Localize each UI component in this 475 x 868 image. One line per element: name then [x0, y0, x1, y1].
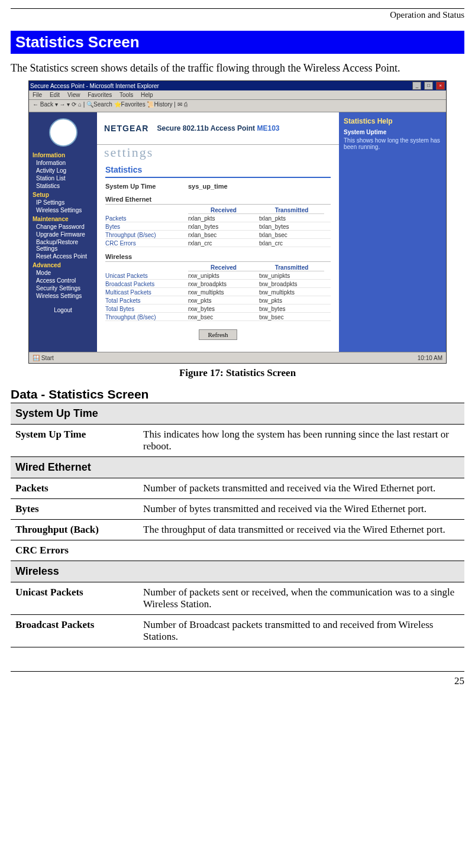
stat-row: Throughput (B/sec)rxw_bsectxw_bsec: [105, 314, 331, 321]
menu-help[interactable]: Help: [141, 92, 153, 98]
stat-label: Multicast Packets: [105, 289, 188, 296]
menu-favorites[interactable]: Favorites: [88, 92, 112, 98]
stat-label: Unicast Packets: [105, 273, 188, 279]
stat-label: Throughput (B/sec): [105, 314, 188, 320]
browser-menubar: File Edit View Favorites Tools Help: [29, 90, 446, 100]
stat-row: Total Packetsrxw_pktstxw_pkts: [105, 297, 331, 305]
page-title: Statistics Screen: [11, 31, 464, 54]
table-row: System Up TimeThis indicates how long th…: [11, 425, 464, 457]
help-sub: System Uptime: [344, 129, 441, 135]
sidebar-item[interactable]: Station List: [29, 174, 97, 182]
data-table: System Up TimeSystem Up TimeThis indicat…: [11, 403, 464, 647]
stat-tx: txw_broadpkts: [259, 281, 324, 287]
wired-heading: Wired Ethernet: [105, 196, 331, 205]
table-section: System Up Time: [11, 403, 464, 425]
stat-tx: txw_multipkts: [259, 289, 324, 296]
stat-tx: txw_bsec: [259, 314, 324, 320]
nav-group: Advanced: [29, 260, 97, 269]
section-heading: Data - Statistics Screen: [11, 387, 464, 401]
stat-rx: rxw_bsec: [188, 314, 259, 320]
table-key: System Up Time: [11, 425, 138, 457]
stat-row: Bytesrxlan_bytestxlan_bytes: [105, 224, 331, 231]
table-row: CRC Errors: [11, 540, 464, 561]
stat-tx: txw_unipkts: [259, 273, 324, 279]
sidebar-item[interactable]: Statistics: [29, 182, 97, 190]
sidebar-item[interactable]: Security Settings: [29, 284, 97, 292]
table-val: Number of Broadcast packets transmitted …: [138, 615, 464, 647]
stat-label: Total Bytes: [105, 306, 188, 312]
refresh-button[interactable]: Refresh: [199, 329, 237, 340]
table-val: Number of packets transmitted and receiv…: [138, 478, 464, 499]
stat-row: Broadcast Packetsrxw_broadpktstxw_broadp…: [105, 281, 331, 288]
help-title: Statistics Help: [344, 117, 441, 125]
sidebar-item[interactable]: Access Control: [29, 277, 97, 284]
sidebar-item[interactable]: Reset Access Point: [29, 252, 97, 260]
sidebar-item[interactable]: Activity Log: [29, 167, 97, 174]
sidebar-item[interactable]: Mode: [29, 269, 97, 277]
screenshot-figure: Secure Access Point - Microsoft Internet…: [28, 80, 447, 364]
window-titlebar: Secure Access Point - Microsoft Internet…: [29, 81, 446, 90]
sidebar-item[interactable]: Wireless Settings: [29, 206, 97, 214]
stat-row: CRC Errorsrxlan_crctxlan_crc: [105, 240, 331, 247]
stat-tx: txw_pkts: [259, 297, 324, 304]
page-number: 25: [11, 671, 464, 687]
maximize-icon[interactable]: □: [424, 82, 433, 90]
table-row: System Up Time: [11, 403, 464, 425]
sidebar-item[interactable]: Wireless Settings: [29, 292, 97, 300]
stat-label: Bytes: [105, 224, 188, 230]
table-val: The throughput of data transmitted or re…: [138, 520, 464, 540]
banner-settings: settings: [104, 145, 153, 160]
menu-edit[interactable]: Edit: [50, 92, 60, 98]
sidebar-item[interactable]: Backup/Restore Settings: [29, 238, 97, 252]
banner: NETGEAR Secure 802.11b Access Point ME10…: [97, 112, 339, 145]
col-transmitted: Transmitted: [259, 207, 324, 214]
stat-tx: txw_bytes: [259, 306, 324, 312]
sidebar-item[interactable]: Change Password: [29, 223, 97, 231]
sidebar-item[interactable]: IP Settings: [29, 199, 97, 206]
menu-view[interactable]: View: [67, 92, 80, 98]
intro-text: The Statistics screen shows details of t…: [11, 62, 464, 75]
clock: 10:10 AM: [418, 355, 442, 361]
stat-label: Broadcast Packets: [105, 281, 188, 287]
running-head: Operation and Status: [11, 9, 464, 24]
stat-rx: rxw_bytes: [188, 306, 259, 312]
start-button[interactable]: 🪟 Start: [33, 355, 54, 361]
minimize-icon[interactable]: _: [412, 82, 421, 90]
table-val: Number of bytes transmitted and received…: [138, 499, 464, 520]
stat-label: Total Packets: [105, 297, 188, 304]
stat-rx: rxw_unipkts: [188, 273, 259, 279]
col-received: Received: [188, 207, 259, 214]
menu-file[interactable]: File: [33, 92, 42, 98]
brand-text: NETGEAR: [104, 124, 148, 133]
browser-toolbar: ← Back ▾ → ▾ ⟳ ⌂ | 🔍Search ⭐Favorites 📜H…: [29, 100, 446, 112]
stat-row: Total Bytesrxw_bytestxw_bytes: [105, 306, 331, 313]
stat-tx: txlan_pkts: [259, 215, 324, 222]
logout-link[interactable]: Logout: [29, 300, 97, 320]
window-title: Secure Access Point - Microsoft Internet…: [30, 83, 159, 89]
uptime-value: sys_up_time: [188, 183, 228, 190]
stat-label: Throughput (B/sec): [105, 232, 188, 238]
menu-tools[interactable]: Tools: [119, 92, 133, 98]
close-icon[interactable]: ×: [436, 82, 445, 90]
table-row: Throughput (Back)The throughput of data …: [11, 520, 464, 540]
uptime-label: System Up Time: [105, 183, 188, 190]
stat-label: CRC Errors: [105, 240, 188, 247]
sidebar-item[interactable]: Information: [29, 159, 97, 167]
stat-label: Packets: [105, 215, 188, 222]
table-section: Wireless: [11, 561, 464, 582]
sidebar-item[interactable]: Upgrade Firmware: [29, 231, 97, 238]
logo-icon: [49, 118, 77, 147]
table-section: Wired Ethernet: [11, 457, 464, 478]
stat-rx: rxw_broadpkts: [188, 281, 259, 287]
sidebar: InformationInformationActivity LogStatio…: [29, 112, 97, 352]
stat-row: Multicast Packetsrxw_multipktstxw_multip…: [105, 289, 331, 296]
table-val: This indicates how long the system has b…: [138, 425, 464, 457]
table-row: PacketsNumber of packets transmitted and…: [11, 478, 464, 499]
table-row: Wired Ethernet: [11, 457, 464, 478]
help-panel: Statistics Help System Uptime This shows…: [339, 112, 446, 352]
table-key: Broadcast Packets: [11, 615, 138, 647]
stat-row: Packetsrxlan_pktstxlan_pkts: [105, 215, 331, 222]
table-key: Unicast Packets: [11, 582, 138, 615]
stat-rx: rxlan_bsec: [188, 232, 259, 238]
stat-tx: txlan_crc: [259, 240, 324, 247]
